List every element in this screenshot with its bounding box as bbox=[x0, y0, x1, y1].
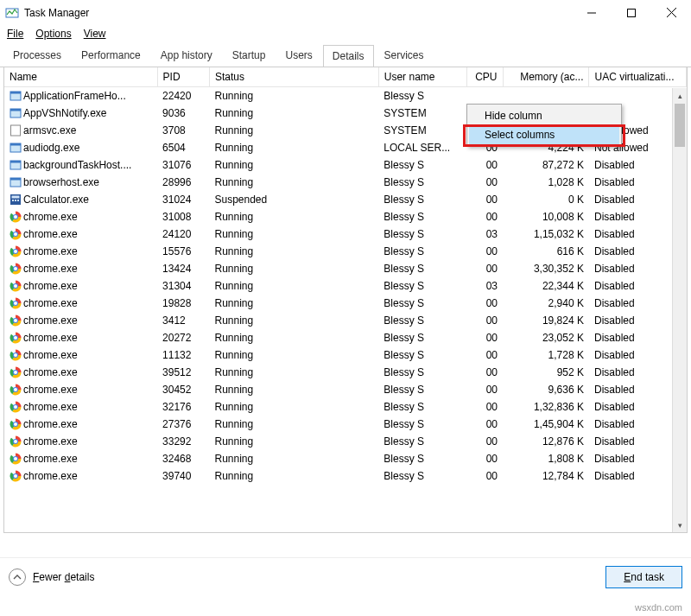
tab-details[interactable]: Details bbox=[323, 45, 374, 67]
tab-app-history[interactable]: App history bbox=[151, 44, 222, 67]
table-row[interactable]: chrome.exe32468RunningBlessy S001,808 KD… bbox=[4, 450, 687, 467]
table-row[interactable]: chrome.exe27376RunningBlessy S001,45,904… bbox=[4, 416, 687, 433]
column-header-cpu[interactable]: CPU bbox=[466, 67, 503, 87]
cell-pid: 20272 bbox=[157, 329, 209, 346]
cell-cpu: 00 bbox=[466, 398, 503, 416]
column-header-status[interactable]: Status bbox=[209, 67, 378, 87]
process-icon bbox=[10, 297, 22, 309]
table-row[interactable]: chrome.exe32176RunningBlessy S001,32,836… bbox=[4, 398, 687, 416]
process-icon bbox=[10, 470, 22, 482]
cell-pid: 9036 bbox=[157, 105, 209, 122]
svg-point-47 bbox=[14, 353, 17, 357]
process-name: chrome.exe bbox=[23, 470, 78, 482]
tab-processes[interactable]: Processes bbox=[3, 44, 71, 67]
menu-view[interactable]: View bbox=[84, 28, 106, 40]
cell-cpu: 00 bbox=[466, 174, 503, 191]
minimize-button[interactable] bbox=[572, 0, 612, 26]
table-row[interactable]: backgroundTaskHost....31076RunningBlessy… bbox=[4, 156, 687, 174]
cell-pid: 31304 bbox=[157, 277, 209, 295]
table-row[interactable]: chrome.exe31008RunningBlessy S0010,008 K… bbox=[4, 208, 687, 225]
context-item-hide-column[interactable]: Hide column bbox=[469, 106, 619, 125]
cell-user: Blessy S bbox=[378, 433, 466, 450]
table-row[interactable]: browserhost.exe28996RunningBlessy S001,0… bbox=[4, 174, 687, 191]
process-name: chrome.exe bbox=[23, 297, 78, 309]
svg-point-53 bbox=[14, 388, 17, 391]
cell-pid: 27376 bbox=[157, 416, 209, 433]
cell-pid: 39740 bbox=[157, 467, 209, 485]
cell-status: Running bbox=[209, 433, 378, 450]
process-name: backgroundTaskHost.... bbox=[23, 159, 131, 171]
cell-status: Running bbox=[209, 87, 378, 105]
svg-point-68 bbox=[14, 474, 17, 478]
cell-status: Running bbox=[209, 156, 378, 174]
tab-services[interactable]: Services bbox=[375, 44, 434, 67]
cell-status: Running bbox=[209, 450, 378, 467]
table-row[interactable]: chrome.exe24120RunningBlessy S031,15,032… bbox=[4, 225, 687, 243]
process-name: chrome.exe bbox=[23, 418, 78, 430]
table-row[interactable]: chrome.exe20272RunningBlessy S0023,052 K… bbox=[4, 329, 687, 346]
fewer-details-toggle[interactable]: Fewer details bbox=[9, 568, 94, 586]
end-task-button[interactable]: End task bbox=[605, 566, 682, 588]
tab-performance[interactable]: Performance bbox=[72, 44, 150, 67]
column-header-uac[interactable]: UAC virtualizati... bbox=[589, 67, 687, 87]
svg-point-56 bbox=[14, 405, 17, 409]
menu-file[interactable]: File bbox=[7, 28, 23, 40]
scroll-thumb[interactable] bbox=[675, 104, 685, 147]
cell-cpu: 00 bbox=[466, 260, 503, 277]
table-row[interactable]: Calculator.exe31024SuspendedBlessy S000 … bbox=[4, 191, 687, 208]
scroll-up-button[interactable]: ▴ bbox=[673, 88, 687, 103]
cell-status: Running bbox=[209, 260, 378, 277]
cell-user: Blessy S bbox=[378, 156, 466, 174]
table-row[interactable]: chrome.exe30452RunningBlessy S009,636 KD… bbox=[4, 381, 687, 398]
window-controls bbox=[572, 0, 691, 26]
cell-user: Blessy S bbox=[378, 260, 466, 277]
cell-cpu: 03 bbox=[466, 277, 503, 295]
svg-point-41 bbox=[14, 319, 17, 322]
cell-cpu: 00 bbox=[466, 416, 503, 433]
table-row[interactable]: ApplicationFrameHo...22420RunningBlessy … bbox=[4, 87, 687, 105]
column-header-memory[interactable]: Memory (ac... bbox=[503, 67, 589, 87]
cell-cpu: 00 bbox=[466, 295, 503, 312]
cell-status: Running bbox=[209, 208, 378, 225]
cell-cpu: 00 bbox=[466, 191, 503, 208]
cell-cpu: 00 bbox=[466, 156, 503, 174]
cell-memory: 0 K bbox=[503, 191, 589, 208]
cell-pid: 3708 bbox=[157, 122, 209, 139]
svg-rect-20 bbox=[17, 200, 19, 201]
table-row[interactable]: chrome.exe39740RunningBlessy S0012,784 K… bbox=[4, 467, 687, 485]
scroll-down-button[interactable]: ▾ bbox=[673, 518, 687, 532]
table-row[interactable]: chrome.exe3412RunningBlessy S0019,824 KD… bbox=[4, 312, 687, 329]
process-icon bbox=[10, 332, 22, 344]
cell-memory: 10,008 K bbox=[503, 208, 589, 225]
menu-options[interactable]: Options bbox=[35, 28, 71, 40]
table-row[interactable]: chrome.exe19828RunningBlessy S002,940 KD… bbox=[4, 295, 687, 312]
close-button[interactable] bbox=[651, 0, 691, 26]
cell-user: Blessy S bbox=[378, 174, 466, 191]
svg-point-62 bbox=[14, 440, 17, 443]
cell-cpu: 00 bbox=[466, 364, 503, 381]
context-item-select-columns[interactable]: Select columns bbox=[469, 125, 619, 144]
process-icon bbox=[10, 263, 22, 275]
column-header-pid[interactable]: PID bbox=[157, 67, 209, 87]
tab-startup[interactable]: Startup bbox=[223, 44, 276, 67]
table-row[interactable]: chrome.exe31304RunningBlessy S0322,344 K… bbox=[4, 277, 687, 295]
cell-pid: 31024 bbox=[157, 191, 209, 208]
table-row[interactable]: chrome.exe15576RunningBlessy S00616 KDis… bbox=[4, 243, 687, 260]
column-header-username[interactable]: User name bbox=[378, 67, 466, 87]
table-row[interactable]: chrome.exe13424RunningBlessy S003,30,352… bbox=[4, 260, 687, 277]
cell-memory bbox=[503, 87, 589, 105]
tab-users[interactable]: Users bbox=[276, 44, 321, 67]
process-name: chrome.exe bbox=[23, 332, 78, 344]
column-header-name[interactable]: Name bbox=[4, 67, 157, 87]
process-icon bbox=[10, 453, 22, 465]
process-name: chrome.exe bbox=[23, 453, 78, 465]
vertical-scrollbar[interactable]: ▴ ▾ bbox=[672, 88, 687, 532]
cell-status: Running bbox=[209, 225, 378, 243]
table-row[interactable]: chrome.exe39512RunningBlessy S00952 KDis… bbox=[4, 364, 687, 381]
maximize-button[interactable] bbox=[612, 0, 651, 26]
cell-user: Blessy S bbox=[378, 450, 466, 467]
cell-pid: 32468 bbox=[157, 450, 209, 467]
table-row[interactable]: chrome.exe11132RunningBlessy S001,728 KD… bbox=[4, 346, 687, 364]
table-row[interactable]: chrome.exe33292RunningBlessy S0012,876 K… bbox=[4, 433, 687, 450]
cell-status: Running bbox=[209, 105, 378, 122]
